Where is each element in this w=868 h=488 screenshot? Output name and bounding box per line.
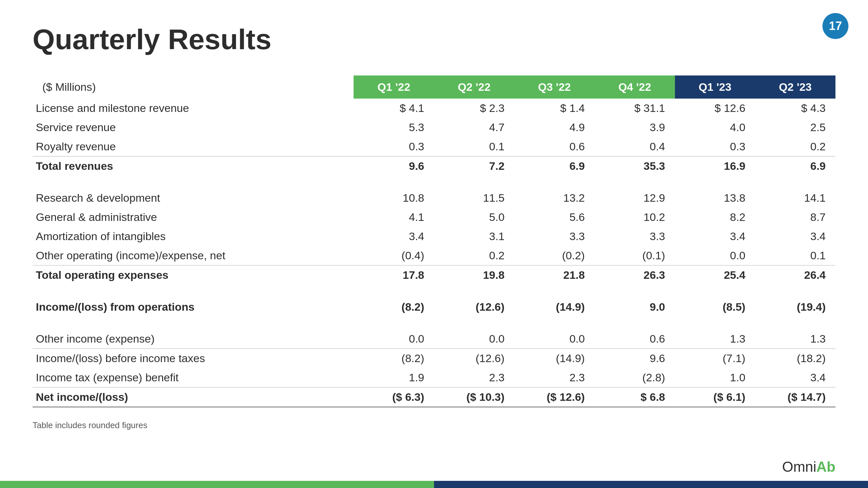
row-value: 0.1 [755,246,835,265]
header-q2-22: Q2 '22 [434,75,515,99]
row-value: 3.3 [594,227,675,246]
row-value: 8.7 [755,207,835,227]
row-value: 0.2 [434,246,515,265]
row-value: $ 4.3 [755,99,835,118]
row-value: $ 12.6 [675,99,755,118]
row-value: 5.3 [353,118,434,137]
row-value: (19.4) [755,297,835,317]
spacer-cell [594,285,675,297]
row-value: 2.5 [755,118,835,137]
table-row [33,176,835,188]
millions-label: ($ Millions) [33,75,353,99]
row-value: 9.6 [353,157,434,176]
row-value: (2.8) [594,368,675,388]
row-value: 3.4 [755,227,835,246]
row-label: Income tax (expense) benefit [33,368,353,388]
omniab-logo: OmniAb [782,459,835,475]
row-value: 25.4 [675,265,755,285]
table-row [33,285,835,297]
row-value: 0.0 [434,329,515,349]
row-value: (12.6) [434,297,515,317]
table-row: Income tax (expense) benefit1.92.32.3(2.… [33,368,835,388]
row-value: 21.8 [515,265,595,285]
row-value: $ 4.1 [353,99,434,118]
row-value: (8.5) [675,297,755,317]
spacer-cell [675,317,755,329]
row-value: 7.2 [434,157,515,176]
spacer-cell [675,285,755,297]
spacer-cell [353,285,434,297]
spacer-cell [353,176,434,188]
table-row [33,317,835,329]
row-label: Income/(loss) from operations [33,297,353,317]
row-value: 0.3 [675,137,755,157]
row-value: 10.2 [594,207,675,227]
spacer-cell [33,317,353,329]
table-row: License and milestone revenue$ 4.1$ 2.3$… [33,99,835,118]
row-value: (14.9) [515,349,595,368]
quarterly-results-table: ($ Millions) Q1 '22 Q2 '22 Q3 '22 Q4 '22… [33,75,835,407]
table-wrapper: ($ Millions) Q1 '22 Q2 '22 Q3 '22 Q4 '22… [33,75,835,407]
spacer-cell [755,176,835,188]
row-value: 2.3 [434,368,515,388]
row-value: 12.9 [594,188,675,207]
row-value: $ 6.8 [594,388,675,407]
bottom-bar-blue [434,481,868,488]
row-value: 3.9 [594,118,675,137]
row-label: Total operating expenses [33,265,353,285]
spacer-cell [594,317,675,329]
table-row: Income/(loss) before income taxes(8.2)(1… [33,349,835,368]
row-value: 13.2 [515,188,595,207]
row-value: 0.6 [515,137,595,157]
row-label: Income/(loss) before income taxes [33,349,353,368]
row-value: ($ 10.3) [434,388,515,407]
row-value: 4.7 [434,118,515,137]
row-label: Service revenue [33,118,353,137]
row-value: 1.3 [755,329,835,349]
row-label: Total revenues [33,157,353,176]
row-value: 0.2 [755,137,835,157]
row-value: 6.9 [755,157,835,176]
row-value: 35.3 [594,157,675,176]
table-row: Other income (expense)0.00.00.00.61.31.3 [33,329,835,349]
row-value: (8.2) [353,297,434,317]
row-label: Amortization of intangibles [33,227,353,246]
row-value: 4.1 [353,207,434,227]
table-row: Total revenues9.67.26.935.316.96.9 [33,157,835,176]
row-value: 3.3 [515,227,595,246]
row-value: 14.1 [755,188,835,207]
spacer-cell [434,176,515,188]
row-value: 3.4 [353,227,434,246]
table-row: Total operating expenses17.819.821.826.3… [33,265,835,285]
row-value: 26.3 [594,265,675,285]
row-value: 1.0 [675,368,755,388]
row-value: $ 2.3 [434,99,515,118]
spacer-cell [755,317,835,329]
row-value: 0.0 [675,246,755,265]
header-q2-23: Q2 '23 [755,75,835,99]
row-value: (8.2) [353,349,434,368]
table-row: Royalty revenue0.30.10.60.40.30.2 [33,137,835,157]
row-value: ($ 14.7) [755,388,835,407]
table-note: Table includes rounded figures [33,420,835,430]
bottom-bar [0,481,868,488]
header-q1-22: Q1 '22 [353,75,434,99]
row-value: ($ 6.1) [675,388,755,407]
table-row: Other operating (income)/expense, net(0.… [33,246,835,265]
row-value: 16.9 [675,157,755,176]
table-row: Net income/(loss)($ 6.3)($ 10.3)($ 12.6)… [33,388,835,407]
page-number-badge: 17 [823,13,848,39]
row-value: (0.2) [515,246,595,265]
row-value: 3.4 [755,368,835,388]
row-label: General & administrative [33,207,353,227]
spacer-cell [675,176,755,188]
table-row: Income/(loss) from operations(8.2)(12.6)… [33,297,835,317]
row-value: 5.0 [434,207,515,227]
row-value: 0.6 [594,329,675,349]
header-q1-23: Q1 '23 [675,75,755,99]
row-value: (0.4) [353,246,434,265]
row-label: Other income (expense) [33,329,353,349]
spacer-cell [33,176,353,188]
row-value: ($ 12.6) [515,388,595,407]
row-value: (12.6) [434,349,515,368]
